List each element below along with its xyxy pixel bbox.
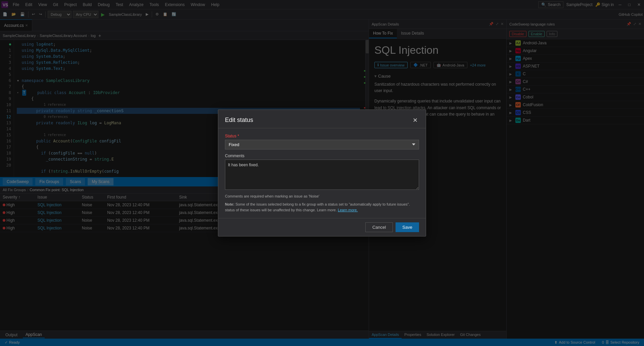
modal-header: Edit status ✕ xyxy=(218,110,426,128)
modal-overlay[interactable]: Edit status ✕ Status * Open Fixed Noise … xyxy=(0,0,644,346)
modal-note: Note: Some of the issues selected belong… xyxy=(225,202,419,213)
cancel-button[interactable]: Cancel xyxy=(365,222,393,232)
comments-textarea[interactable]: It has been fixed. xyxy=(225,160,419,190)
save-button[interactable]: Save xyxy=(396,222,419,232)
modal-body: Status * Open Fixed Noise Not an issue C… xyxy=(218,128,426,218)
comments-note: Comments are required when marking an is… xyxy=(225,193,419,199)
status-select[interactable]: Open Fixed Noise Not an issue xyxy=(225,140,419,149)
modal-title: Edit status xyxy=(225,117,253,124)
modal-close-button[interactable]: ✕ xyxy=(411,115,419,125)
status-label: Status * xyxy=(225,134,419,138)
edit-status-modal: Edit status ✕ Status * Open Fixed Noise … xyxy=(218,110,426,237)
learn-more-link[interactable]: Learn more. xyxy=(338,208,358,212)
modal-footer: Cancel Save xyxy=(218,218,426,236)
comments-label: Comments xyxy=(225,154,419,158)
